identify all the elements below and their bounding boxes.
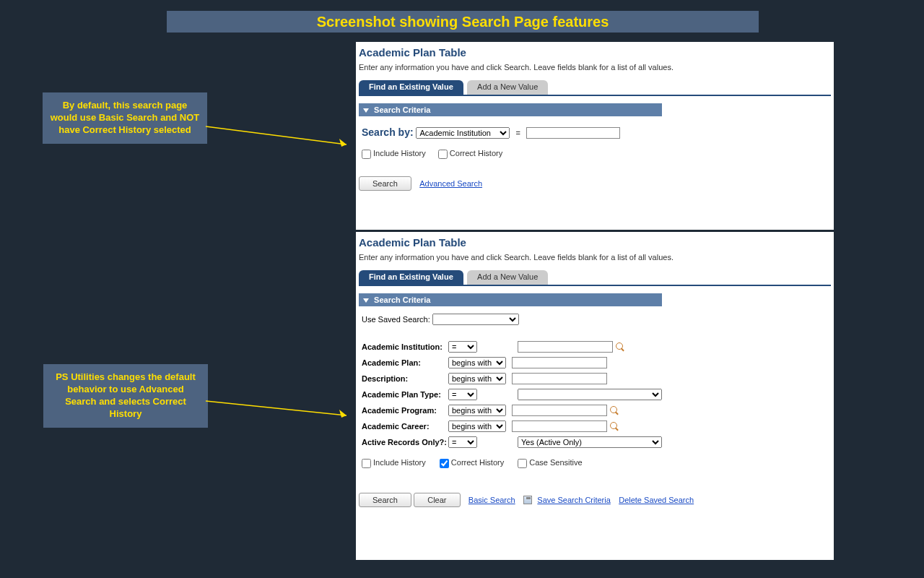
search-by-input[interactable] (526, 127, 620, 139)
field-label: Academic Plan Type: (362, 390, 448, 399)
tab-find-existing[interactable]: Find an Existing Value (359, 270, 463, 285)
advanced-search-link[interactable]: Advanced Search (419, 179, 482, 188)
include-history-checkbox[interactable] (362, 459, 371, 468)
arrow-icon (202, 394, 361, 423)
search-button[interactable]: Search (359, 176, 411, 191)
history-checks-row: Include History Correct History (362, 149, 828, 159)
value-select[interactable]: Yes (Active Only) (518, 436, 662, 448)
operator-select[interactable]: begins with (448, 420, 506, 432)
correct-history-label[interactable]: Correct History (438, 149, 502, 158)
instructions-text: Enter any information you have and click… (356, 60, 834, 80)
delete-saved-search-link[interactable]: Delete Saved Search (619, 496, 694, 504)
value-select[interactable] (518, 389, 662, 400)
operator-select[interactable]: begins with (448, 357, 506, 368)
search-criteria-header[interactable]: Search Criteria (359, 293, 662, 306)
correct-history-label[interactable]: Correct History (440, 458, 504, 467)
value-input[interactable] (512, 373, 607, 384)
search-by-label: Search by: (362, 126, 414, 138)
case-sensitive-label[interactable]: Case Sensitive (518, 458, 582, 467)
search-button[interactable]: Search (359, 493, 411, 507)
page-title: Academic Plan Table (356, 42, 834, 60)
row-active-records: Active Records Only?: = Yes (Active Only… (362, 436, 828, 448)
clear-button[interactable]: Clear (414, 493, 460, 507)
arrow-icon (202, 116, 361, 152)
svg-line-0 (206, 126, 346, 144)
operator-select[interactable]: = (448, 341, 477, 353)
tab-add-new[interactable]: Add a New Value (467, 80, 548, 95)
expand-collapse-icon (363, 108, 369, 113)
include-history-checkbox[interactable] (362, 150, 371, 159)
value-input[interactable] (512, 357, 607, 368)
include-history-label[interactable]: Include History (362, 458, 426, 467)
operator-select[interactable]: = (448, 436, 477, 448)
criteria-header-label: Search Criteria (374, 296, 430, 304)
svg-marker-3 (339, 410, 346, 418)
operator-select[interactable]: begins with (448, 405, 506, 416)
search-by-row: Search by: Academic Institution = (362, 126, 828, 139)
operator-select[interactable]: = (448, 389, 477, 400)
lookup-icon[interactable] (616, 342, 625, 352)
save-search-link[interactable]: Save Search Criteria (537, 496, 611, 504)
field-label: Academic Plan: (362, 358, 448, 367)
field-label: Description: (362, 374, 448, 383)
history-checks-row: Include History Correct History Case Sen… (362, 458, 828, 468)
equals-label: = (515, 129, 520, 137)
button-row: Search Clear Basic Search Save Search Cr… (359, 493, 831, 507)
save-icon (523, 496, 532, 504)
button-row: Search Advanced Search (359, 176, 831, 191)
criteria-header-label: Search Criteria (374, 105, 430, 114)
lookup-icon[interactable] (610, 406, 619, 415)
tab-find-existing[interactable]: Find an Existing Value (359, 80, 463, 95)
page-main-title: Screenshot showing Search Page features (167, 11, 759, 33)
field-label: Academic Institution: (362, 342, 448, 351)
advanced-search-panel: Academic Plan Table Enter any informatio… (356, 232, 834, 560)
value-input[interactable] (512, 405, 607, 416)
page-title: Academic Plan Table (356, 232, 834, 250)
value-input[interactable] (518, 341, 613, 353)
tabs-row: Find an Existing Value Add a New Value (359, 270, 831, 286)
basic-search-panel: Academic Plan Table Enter any informatio… (356, 42, 834, 230)
tab-add-new[interactable]: Add a New Value (467, 270, 548, 285)
expand-collapse-icon (363, 298, 369, 303)
case-sensitive-checkbox[interactable] (518, 459, 527, 468)
search-criteria-header[interactable]: Search Criteria (359, 103, 662, 116)
svg-line-2 (206, 401, 346, 415)
row-academic-plan-type: Academic Plan Type: = (362, 389, 828, 400)
include-history-label[interactable]: Include History (362, 149, 426, 158)
lookup-icon[interactable] (610, 422, 619, 431)
tabs-row: Find an Existing Value Add a New Value (359, 80, 831, 96)
operator-select[interactable]: begins with (448, 373, 506, 384)
callout-default-behavior: By default, this search page would use B… (43, 92, 207, 144)
value-input[interactable] (512, 420, 607, 432)
field-label: Active Records Only?: (362, 438, 448, 447)
saved-search-row: Use Saved Search: (362, 314, 828, 325)
search-by-select[interactable]: Academic Institution (416, 127, 510, 139)
saved-search-label: Use Saved Search: (362, 315, 430, 324)
row-academic-institution: Academic Institution: = (362, 341, 828, 353)
callout-utilities-behavior: PS Utilities changes the default behavio… (43, 364, 208, 428)
field-label: Academic Career: (362, 422, 448, 431)
row-academic-career: Academic Career: begins with (362, 420, 828, 432)
basic-search-link[interactable]: Basic Search (468, 496, 515, 504)
row-description: Description: begins with (362, 373, 828, 384)
correct-history-checkbox[interactable] (438, 150, 448, 159)
saved-search-select[interactable] (432, 314, 519, 325)
row-academic-program: Academic Program: begins with (362, 405, 828, 416)
row-academic-plan: Academic Plan: begins with (362, 357, 828, 368)
field-label: Academic Program: (362, 406, 448, 415)
svg-marker-1 (339, 139, 346, 147)
instructions-text: Enter any information you have and click… (356, 250, 834, 270)
correct-history-checkbox[interactable] (440, 459, 449, 468)
